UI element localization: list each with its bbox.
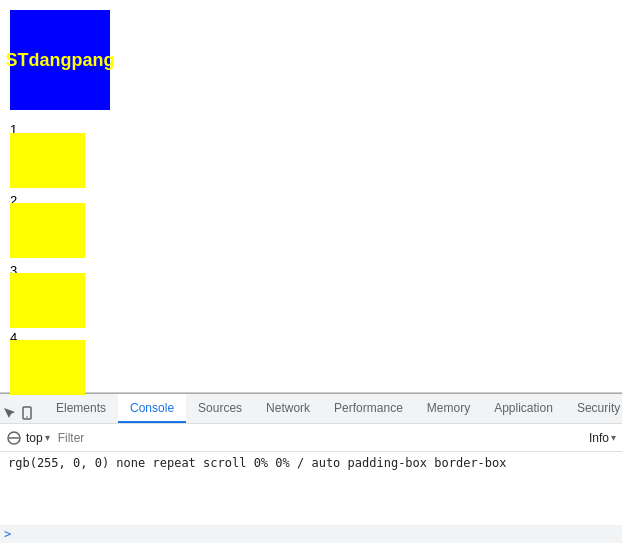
tab-application[interactable]: Application [482, 394, 565, 423]
cursor-icon[interactable] [2, 403, 16, 423]
browser-viewport: STdangpang 1 2 3 4 [0, 0, 622, 393]
console-output: rgb(255, 0, 0) none repeat scroll 0% 0% … [0, 452, 622, 525]
tab-sources[interactable]: Sources [186, 394, 254, 423]
yellow-box-2 [10, 203, 85, 258]
yellow-box-4 [10, 340, 85, 395]
devtools-tab-bar: Elements Console Sources Network Perform… [0, 394, 622, 424]
yellow-box-1 [10, 133, 85, 188]
chevron-down-icon: ▾ [45, 432, 50, 443]
tab-memory[interactable]: Memory [415, 394, 482, 423]
tab-network[interactable]: Network [254, 394, 322, 423]
console-filter-bar: top ▾ Info ▾ [0, 424, 622, 452]
tab-performance[interactable]: Performance [322, 394, 415, 423]
prompt-symbol: > [4, 527, 11, 541]
info-chevron-icon: ▾ [611, 432, 616, 443]
svg-point-1 [26, 416, 28, 418]
no-entry-icon[interactable] [6, 430, 22, 446]
blue-box-text: STdangpang [6, 50, 115, 71]
filter-input[interactable] [54, 428, 585, 448]
devtools-panel: Elements Console Sources Network Perform… [0, 393, 622, 543]
blue-box: STdangpang [10, 10, 110, 110]
top-selector[interactable]: top ▾ [26, 431, 50, 445]
console-prompt[interactable]: > [0, 525, 622, 543]
info-selector[interactable]: Info ▾ [589, 431, 616, 445]
yellow-box-3 [10, 273, 85, 328]
tab-elements[interactable]: Elements [44, 394, 118, 423]
tab-security[interactable]: Security [565, 394, 622, 423]
tab-console[interactable]: Console [118, 394, 186, 423]
mobile-icon[interactable] [20, 403, 34, 423]
